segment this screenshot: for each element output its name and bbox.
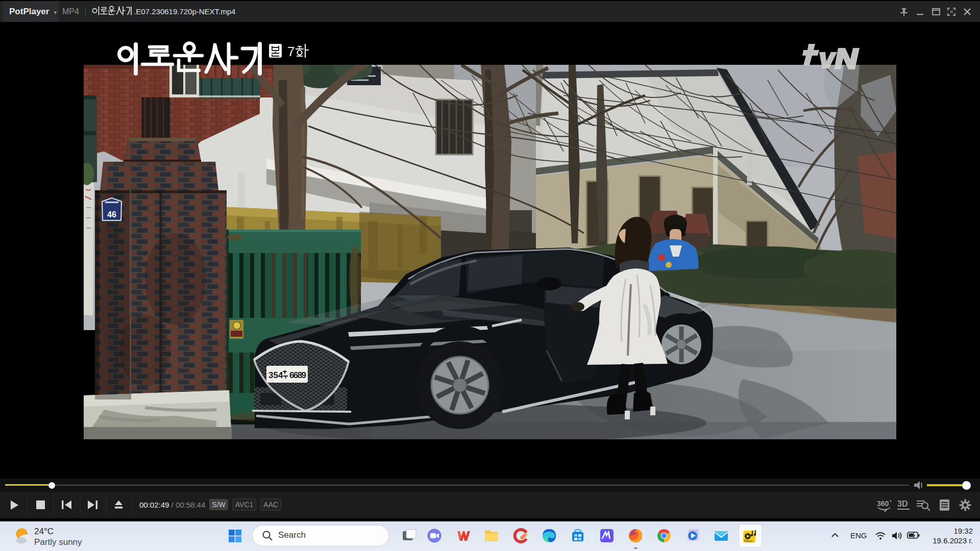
svg-text:360: 360 — [877, 499, 889, 508]
svg-text:46: 46 — [107, 210, 116, 219]
svg-text:Player: Player — [744, 539, 753, 542]
svg-text:7: 7 — [287, 44, 295, 59]
svg-text:354: 354 — [268, 370, 283, 380]
svg-text:6689: 6689 — [289, 370, 306, 380]
svg-text:3D: 3D — [897, 499, 908, 508]
